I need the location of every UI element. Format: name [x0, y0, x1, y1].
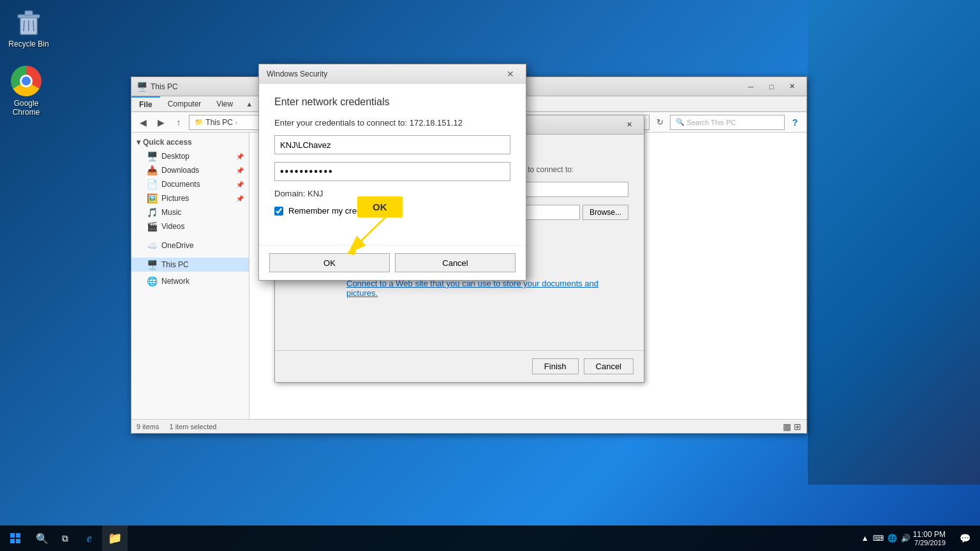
- windows-security-dialog: Windows Security ✕ Enter network credent…: [258, 64, 526, 281]
- recycle-bin-label: Recycle Bin: [8, 40, 48, 48]
- sidebar-pictures-pin: 📌: [236, 195, 244, 202]
- explorer-titlebar-icon: 🖥️: [137, 82, 147, 92]
- ribbon-tab-view[interactable]: View: [209, 96, 241, 111]
- connect-web-link[interactable]: Connect to a Web site that you can use t…: [346, 279, 598, 298]
- statusbar-view-buttons: ▦ ⊞: [783, 422, 801, 432]
- sidebar-item-downloads[interactable]: 📥 Downloads 📌: [131, 163, 249, 177]
- sidebar-desktop-pin: 📌: [236, 153, 244, 160]
- ribbon-tab-computer[interactable]: Computer: [160, 96, 209, 111]
- explorer-statusbar: 9 items 1 item selected ▦ ⊞: [131, 419, 806, 433]
- address-text: This PC: [205, 118, 233, 127]
- security-titlebar: Windows Security ✕: [259, 64, 526, 84]
- notification-icon: 💬: [960, 533, 970, 543]
- sidebar-item-desktop[interactable]: 🖥️ Desktop 📌: [131, 149, 249, 163]
- map-cancel-button[interactable]: Cancel: [584, 358, 634, 374]
- onedrive-icon: ☁️: [147, 240, 158, 251]
- taskbar-time-display: 11:00 PM: [913, 530, 946, 539]
- chrome-label: Google Chrome: [4, 99, 48, 117]
- taskbar-system-icons: ▲ ⌨ 🌐 🔊: [861, 534, 910, 543]
- quick-access-chevron: ▾: [137, 138, 140, 147]
- sidebar-downloads-pin: 📌: [236, 167, 244, 174]
- security-footer: OK Cancel: [259, 245, 526, 280]
- ribbon-tab-file[interactable]: File: [131, 96, 160, 111]
- sidebar-pictures-label: Pictures: [161, 194, 189, 203]
- sidebar-videos-label: Videos: [161, 222, 184, 231]
- svg-rect-2: [25, 11, 33, 15]
- chrome-inner-icon: [20, 75, 33, 87]
- refresh-button[interactable]: ↻: [652, 115, 667, 130]
- ok-callout-box[interactable]: OK: [357, 196, 403, 217]
- explorer-maximize-button[interactable]: □: [762, 80, 781, 93]
- sidebar-documents-label: Documents: [161, 180, 200, 189]
- nav-forward-button[interactable]: ▶: [153, 115, 168, 130]
- explorer-titlebar-buttons: ─ □ ✕: [741, 80, 801, 93]
- security-subtitle: Enter your credentials to connect to: 17…: [274, 118, 510, 128]
- sidebar-item-videos[interactable]: 🎬 Videos: [131, 219, 249, 233]
- documents-folder-icon: 📄: [147, 179, 158, 189]
- help-button[interactable]: ?: [787, 115, 803, 130]
- recycle-bin[interactable]: Recycle Bin: [6, 6, 51, 48]
- taskbar-right: ▲ ⌨ 🌐 🔊 11:00 PM 7/29/2019 💬: [861, 525, 980, 551]
- taskbar: 🔍 ⧉ e 📁 ▲ ⌨ 🌐 🔊 11:00 PM 7/29/2019: [0, 525, 980, 551]
- security-cancel-button[interactable]: Cancel: [395, 253, 516, 272]
- map-dialog-footer: Finish Cancel: [275, 350, 644, 382]
- sidebar-item-this-pc[interactable]: 🖥️ This PC: [131, 258, 249, 272]
- remember-credentials-checkbox[interactable]: [274, 207, 283, 216]
- taskbar-volume-icon[interactable]: 🔊: [901, 534, 910, 543]
- taskbar-show-hidden-icon[interactable]: ▲: [861, 534, 869, 543]
- sidebar-onedrive-label: OneDrive: [161, 241, 194, 250]
- this-pc-icon: 🖥️: [147, 260, 158, 270]
- sidebar-item-documents[interactable]: 📄 Documents 📌: [131, 177, 249, 191]
- windows-decoration: [808, 0, 980, 485]
- quick-access-label: Quick access: [143, 138, 192, 147]
- taskbar-clock[interactable]: 11:00 PM 7/29/2019: [913, 530, 946, 547]
- taskbar-network-icon[interactable]: 🌐: [887, 534, 897, 543]
- security-heading: Enter network credentials: [274, 96, 510, 108]
- music-folder-icon: 🎵: [147, 207, 158, 217]
- password-input[interactable]: [274, 162, 510, 181]
- explorer-minimize-button[interactable]: ─: [741, 80, 761, 93]
- chrome-circle-icon: [11, 66, 41, 96]
- sidebar-this-pc-label: This PC: [161, 260, 189, 269]
- desktop: Recycle Bin Google Chrome 🖥️ This PC ─ □…: [0, 0, 980, 551]
- search-box[interactable]: 🔍 Search This PC: [670, 115, 785, 130]
- explorer-close-button[interactable]: ✕: [782, 80, 801, 93]
- sidebar-item-onedrive[interactable]: ☁️ OneDrive: [131, 239, 249, 253]
- recycle-bin-icon: [13, 6, 44, 37]
- ie-icon: e: [87, 532, 92, 545]
- nav-up-button[interactable]: ↑: [171, 115, 186, 130]
- view-large-icon[interactable]: ⊞: [794, 422, 801, 432]
- notification-center-button[interactable]: 💬: [953, 525, 976, 551]
- taskbar-search-button[interactable]: 🔍: [31, 525, 54, 551]
- browse-button[interactable]: Browse...: [583, 205, 628, 220]
- sidebar-item-music[interactable]: 🎵 Music: [131, 205, 249, 219]
- quick-access-header[interactable]: ▾ Quick access: [131, 135, 249, 149]
- desktop-folder-icon: 🖥️: [147, 151, 158, 161]
- chrome-app-icon[interactable]: Google Chrome: [4, 66, 48, 117]
- sidebar-desktop-label: Desktop: [161, 152, 189, 161]
- connect-link-container: Connect to a Web site that you can use t…: [346, 279, 628, 298]
- taskbar-folder-icon: 📁: [108, 531, 122, 545]
- finish-button[interactable]: Finish: [532, 358, 579, 374]
- sidebar-item-network[interactable]: 🌐 Network: [131, 274, 249, 288]
- taskbar-search-icon: 🔍: [36, 533, 48, 545]
- taskbar-explorer-button[interactable]: 📁: [102, 525, 128, 551]
- network-icon: 🌐: [147, 276, 158, 286]
- taskbar-keyboard-icon: ⌨: [873, 534, 884, 543]
- security-ok-button[interactable]: OK: [269, 253, 390, 272]
- sidebar-network-label: Network: [161, 277, 189, 286]
- username-input[interactable]: [274, 135, 510, 154]
- task-view-icon: ⧉: [62, 533, 68, 544]
- security-close-button[interactable]: ✕: [503, 68, 518, 80]
- search-placeholder-text: Search This PC: [687, 119, 736, 126]
- view-details-icon[interactable]: ▦: [783, 422, 791, 432]
- map-dialog-close-button[interactable]: ✕: [620, 119, 639, 131]
- sidebar-item-pictures[interactable]: 🖼️ Pictures 📌: [131, 191, 249, 205]
- taskbar-ie-button[interactable]: e: [77, 525, 102, 551]
- security-window-title: Windows Security: [267, 70, 503, 78]
- start-button[interactable]: [0, 525, 31, 551]
- ok-callout-label: OK: [373, 202, 387, 212]
- nav-back-button[interactable]: ◀: [135, 115, 151, 130]
- task-view-button[interactable]: ⧉: [54, 525, 77, 551]
- ribbon-tab-extra[interactable]: ▲: [241, 96, 258, 111]
